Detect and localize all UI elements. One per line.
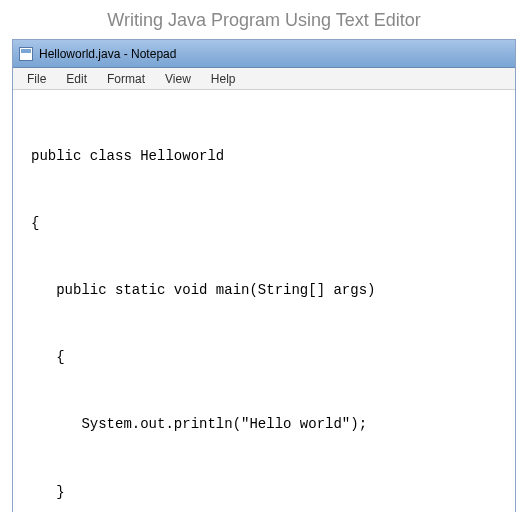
notepad-window: Helloworld.java - Notepad File Edit Form… xyxy=(12,39,516,512)
menubar: File Edit Format View Help xyxy=(13,68,515,90)
window-title: Helloworld.java - Notepad xyxy=(39,47,176,61)
code-line: public class Helloworld xyxy=(31,145,505,167)
page-title: Writing Java Program Using Text Editor xyxy=(0,0,528,39)
menu-file[interactable]: File xyxy=(17,70,56,88)
code-line: { xyxy=(31,212,505,234)
notepad-icon xyxy=(19,47,33,61)
menu-view[interactable]: View xyxy=(155,70,201,88)
menu-format[interactable]: Format xyxy=(97,70,155,88)
code-line: { xyxy=(31,346,505,368)
code-line: public static void main(String[] args) xyxy=(31,279,505,301)
titlebar: Helloworld.java - Notepad xyxy=(13,40,515,68)
menu-edit[interactable]: Edit xyxy=(56,70,97,88)
code-line: System.out.println("Hello world"); xyxy=(31,413,505,435)
menu-help[interactable]: Help xyxy=(201,70,246,88)
editor-area[interactable]: public class Helloworld { public static … xyxy=(13,90,515,512)
code-line: } xyxy=(31,481,505,503)
